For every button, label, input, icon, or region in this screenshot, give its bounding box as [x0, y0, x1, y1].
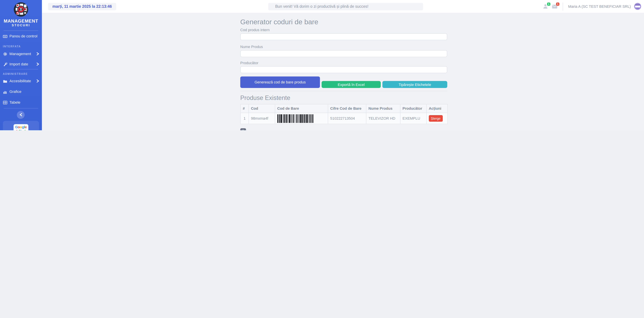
folder-icon — [3, 79, 8, 83]
internal-code-input[interactable] — [240, 33, 447, 40]
sidebar-item-tables[interactable]: Tabele — [0, 99, 42, 106]
sidebar-item-management[interactable]: Management — [0, 51, 42, 57]
chevron-right-icon — [36, 63, 39, 66]
row-producer: EXEMPLU — [400, 113, 426, 124]
sidebar-item-import[interactable]: Import date — [0, 61, 42, 67]
sidebar-item-label: Import date — [10, 62, 28, 66]
row-cod: 98mxma4f — [249, 113, 275, 124]
barcode-image — [277, 114, 314, 123]
producer-label: Producător — [240, 61, 447, 65]
sidebar-item-dashboard[interactable]: Panou de control — [0, 33, 42, 40]
page-title: Generator coduri de bare — [240, 18, 447, 26]
table-row: 1 98mxma4f 510222713504 TELEVIZOR HD EXE… — [240, 113, 447, 124]
sidebar: MANAGEMENT STOCURI Panou de control INTE… — [0, 0, 42, 130]
row-actions: Șterge — [426, 113, 447, 124]
product-name-label: Nume Produs — [240, 45, 447, 49]
sidebar-item-charts[interactable]: Grafice — [0, 88, 42, 95]
export-excel-button[interactable]: Exportă în Excel — [322, 81, 381, 88]
keyboard-icon — [3, 34, 8, 39]
topbar: marți, 11 martie 2025 la 22:13:46 Bun ve… — [42, 0, 644, 13]
google-logo-text: Google — [14, 125, 28, 129]
sidebar-collapse-button[interactable] — [17, 111, 24, 119]
bar-chart-icon — [3, 90, 8, 94]
row-barcode-cell — [275, 113, 328, 124]
section-label-admin: ADMINISTRARE — [3, 72, 39, 75]
sidebar-item-label: Panou de control — [10, 34, 38, 38]
sidebar-item-accessibility[interactable]: Accesibilitate — [0, 78, 42, 84]
brand-subtitle: STOCURI — [0, 23, 42, 27]
user-count-badge: 1 — [547, 2, 550, 6]
col-header-cod: Cod — [249, 104, 275, 113]
delete-button[interactable]: Șterge — [429, 115, 443, 122]
content-divider — [240, 91, 447, 91]
print-labels-button[interactable]: Tipărește Etichetele — [382, 81, 447, 88]
sidebar-divider — [4, 69, 38, 69]
actions-row: Generează cod de bare produs Exportă în … — [240, 77, 447, 88]
products-table: # Cod Cod de Bare Cifre Cod de Bare Nume… — [240, 104, 448, 124]
chevron-right-icon — [36, 52, 39, 56]
sidebar-item-label: Tabele — [10, 100, 20, 104]
mail-count-badge: 1 — [556, 2, 560, 6]
table-header-row: # Cod Cod de Bare Cifre Cod de Bare Nume… — [240, 104, 447, 113]
col-header-producer: Producător — [400, 104, 426, 113]
product-name-input[interactable] — [240, 50, 447, 57]
sidebar-divider — [4, 31, 38, 31]
wrench-icon — [3, 62, 8, 66]
col-header-digits: Cifre Cod de Bare — [328, 104, 366, 113]
topbar-right: 1 1 Maria A (SC TEST BENEFICIAR SRL) — [543, 0, 641, 13]
row-digits: 510222713504 — [328, 113, 366, 124]
app-logo-icon — [14, 2, 28, 17]
internal-code-label: Cod produs intern — [240, 28, 447, 32]
col-header-name: Nume Produs — [366, 104, 400, 113]
gear-icon — [3, 52, 8, 56]
welcome-message: Bun venit! Vă dorim o zi productivă și p… — [268, 3, 423, 10]
mail-notification[interactable]: 1 — [552, 4, 558, 9]
chevron-right-icon — [36, 79, 39, 83]
row-num: 1 — [240, 113, 249, 124]
app-window: MANAGEMENT STOCURI Panou de control INTE… — [0, 0, 644, 130]
brand-title: MANAGEMENT — [0, 19, 42, 24]
table-icon — [3, 100, 8, 105]
producer-input[interactable] — [240, 66, 447, 73]
sidebar-item-label: Accesibilitate — [10, 79, 31, 83]
col-header-num: # — [240, 104, 249, 113]
main-content: Generator coduri de bare Cod produs inte… — [42, 13, 644, 130]
google-logo-bars — [14, 129, 28, 130]
username-label: Maria A (SC TEST BENEFICIAR SRL) — [568, 5, 631, 9]
sidebar-item-label: Grafice — [10, 90, 22, 94]
sidebar-item-label: Management — [10, 52, 31, 56]
col-header-barcode: Cod de Bare — [275, 104, 328, 113]
pagination-page-1[interactable]: 1 — [240, 128, 246, 130]
products-title: Produse Existente — [240, 94, 447, 102]
google-logo: Google — [14, 124, 28, 130]
generate-barcode-button[interactable]: Generează cod de bare produs — [240, 77, 320, 88]
row-name: TELEVIZOR HD — [366, 113, 400, 124]
google-search-widget: Google Caută pe Google direct din aplica… — [3, 121, 39, 130]
col-header-actions: Acțiuni — [426, 104, 447, 113]
datetime-pill: marți, 11 martie 2025 la 22:13:46 — [48, 3, 116, 10]
avatar[interactable] — [634, 3, 641, 10]
section-label-interface: INTERFATA — [3, 45, 39, 48]
chevron-left-icon — [20, 113, 22, 116]
topbar-separator — [563, 2, 563, 11]
sidebar-divider — [4, 108, 38, 109]
users-notification[interactable]: 1 — [543, 4, 549, 9]
